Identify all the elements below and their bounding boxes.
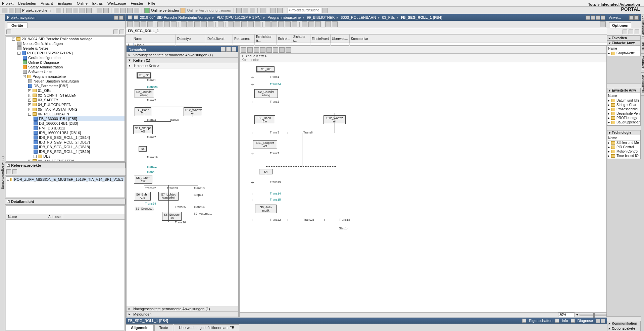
tech-item[interactable]: ▸ Time-based IO [608,154,640,158]
graph-kette-item[interactable]: ▸ Graph-Kette [608,51,640,55]
favorites-section[interactable]: Favoriten [612,36,627,40]
vtab-aufgaben[interactable]: Aufgaben [641,54,644,73]
et-15-icon[interactable] [235,21,240,27]
advanced-instr-section[interactable]: Erweiterte Anw [612,89,636,92]
simple-instr-section[interactable]: Einfache Anwe [612,41,636,45]
meldungen-header[interactable]: ▸Meldungen [127,312,238,317]
tech-item[interactable]: ▸ Zählen und Me [608,141,640,145]
et-10-icon[interactable] [194,21,200,27]
redo-icon[interactable] [103,8,109,13]
menu-werkzeuge[interactable]: Werkzeuge [107,1,126,5]
ge-trans-3[interactable]: Trans3 [270,131,279,134]
gt-jump-icon[interactable] [266,47,272,53]
et-18-icon[interactable] [255,21,260,27]
ge-trans-18[interactable]: Trans18 [339,218,350,221]
cut-icon[interactable] [66,8,71,13]
step-s5[interactable]: S5_Autom atik [134,175,152,184]
info-tab[interactable]: Info [562,319,568,323]
prop-max-icon[interactable] [601,319,605,323]
menu-einfuegen[interactable]: Einfügen [58,1,72,5]
vtab-bibliotheken[interactable]: Bibliotheken [641,72,644,95]
tree-expander[interactable]: + [28,108,31,111]
ref-folder-icon[interactable] [12,169,17,174]
options-tab[interactable]: Optionen [609,22,631,28]
tree-tool-1-icon[interactable] [6,30,11,34]
tree-expander[interactable]: + [34,155,37,158]
et-16-icon[interactable] [241,21,247,27]
ge-trans-1[interactable]: Trans1 [270,75,279,78]
save-project-button[interactable]: Projekt speichern [22,8,51,12]
compile-icon[interactable] [114,8,119,13]
nav-back-icon[interactable] [128,15,132,19]
ge-step-s11[interactable]: S11_Stopper AS [253,140,277,149]
menu-projekt[interactable]: Projekt [2,1,13,5]
tab-allgemein[interactable]: Allgemein [126,324,154,331]
zoom-input[interactable] [558,313,575,317]
et-26-icon[interactable] [315,21,321,27]
ge-trans-8[interactable]: Trans8 [303,131,313,134]
et-27-icon[interactable] [325,21,331,27]
zoom-in-icon[interactable] [221,47,226,52]
project-tree[interactable]: −2019-004 SID Porsche Rollenbahn Vorlage… [6,36,125,162]
go-online-icon[interactable] [144,8,150,13]
paste-icon[interactable] [80,8,85,13]
gt-trans-icon[interactable] [247,47,253,53]
gt-8-icon[interactable] [286,47,291,53]
step-s1-init[interactable]: S1_Init [137,72,151,78]
fit-icon[interactable] [232,47,236,52]
ge-trans-7[interactable]: Trans7 [270,152,279,155]
et-12-icon[interactable] [208,21,213,27]
ge-trans-15[interactable]: Trans15 [270,198,281,201]
adv-item[interactable]: ▸ Baugruppenpar [608,120,640,124]
et-7-icon[interactable] [171,21,177,27]
et-14-icon[interactable] [228,21,234,27]
ge-trans-19[interactable]: Trans19 [270,180,281,184]
step-s4[interactable]: S4 [139,146,147,152]
menu-online[interactable]: Online [77,1,88,5]
search-lock-icon[interactable] [323,8,328,13]
ge-step-s3[interactable]: S3_Bahn Ein [254,115,275,124]
start-cpu-icon[interactable] [243,8,248,13]
adv-item[interactable]: ▸ String + Char [608,103,640,107]
layout-2-icon[interactable] [277,8,283,13]
tech-item[interactable]: ▸ Motion Control [608,149,640,154]
et-28-icon[interactable] [332,21,338,27]
r-min-icon[interactable] [629,15,634,20]
et-21-icon[interactable] [278,21,284,27]
close-icon[interactable] [601,15,605,20]
tree-expander[interactable]: + [28,89,31,92]
et-24-icon[interactable] [302,21,307,27]
option-packages-section[interactable]: Optionspakete [612,327,635,330]
gt-alt-icon[interactable] [260,47,265,53]
step-s9[interactable]: S8_Stopper GS [162,212,182,221]
et-5-icon[interactable] [157,21,163,27]
et-13-icon[interactable] [218,21,224,27]
open-project-icon[interactable] [9,8,14,13]
online-connect-button[interactable]: Online verbinden [151,8,179,12]
diagnose-tab[interactable]: Diagnose [578,319,593,323]
menu-ansicht[interactable]: Ansicht [41,1,53,5]
project-search-input[interactable] [288,8,321,13]
undo-icon[interactable] [97,8,102,13]
adv-item[interactable]: ▸ Prozessabbild [608,107,640,111]
et-11-icon[interactable] [201,21,207,27]
tree-expander[interactable]: + [28,160,31,162]
et-2-icon[interactable] [134,21,140,27]
prop-icon[interactable] [522,319,526,323]
menu-fenster[interactable]: Fenster [131,1,143,5]
et-4-icon[interactable] [147,21,153,27]
save-icon[interactable] [15,8,21,13]
graph-canvas[interactable]: S1_Init Trans1 Trans24 S2_Grundst ellung… [240,62,606,312]
et-3-icon[interactable] [141,21,146,27]
technology-section[interactable]: Technologie [612,131,631,134]
ref-expander[interactable]: ˅ [7,164,10,167]
expand-icon[interactable] [119,15,123,20]
nav-fwd-icon[interactable] [134,15,138,19]
ge-trans-22[interactable]: Trans22 [270,218,281,221]
tree-expander[interactable]: + [28,94,31,97]
tree-expander[interactable]: − [28,113,31,116]
step-s3[interactable]: S3_Bahn Ein [135,107,151,116]
et-20-icon[interactable] [271,21,277,27]
ge-step-s1[interactable]: S1_Init [256,66,275,72]
menu-hilfe[interactable]: Hilfe [148,1,155,5]
